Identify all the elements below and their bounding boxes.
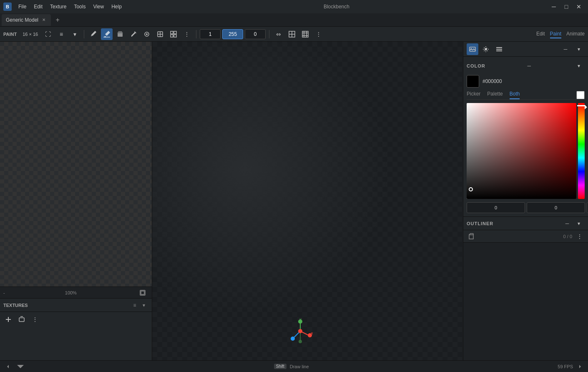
close-button[interactable]: ✕: [573, 3, 585, 11]
import-texture-button[interactable]: [16, 314, 28, 325]
outliner-cube-icon: [466, 231, 477, 242]
outliner-toolbar: 0 / 0 ⋮: [463, 230, 588, 243]
textures-more-button[interactable]: ⋮: [29, 314, 41, 325]
transform-tool[interactable]: [168, 28, 179, 40]
texture-canvas-area[interactable]: [0, 42, 152, 287]
svg-rect-9: [171, 35, 173, 37]
more-tools-button[interactable]: ⋮: [181, 28, 193, 40]
color-panel-expand[interactable]: ▾: [573, 60, 585, 72]
layout-icon[interactable]: ≡: [55, 28, 67, 40]
prev-frame-button[interactable]: [3, 362, 13, 371]
svg-rect-35: [496, 50, 502, 51]
color-white-swatch[interactable]: [576, 91, 585, 99]
svg-text:B: B: [6, 4, 9, 9]
color-gradient[interactable]: [467, 103, 576, 199]
textures-collapse[interactable]: ≡: [130, 301, 139, 310]
svg-rect-3: [118, 33, 123, 37]
grid2-button[interactable]: [299, 28, 311, 40]
menu-file[interactable]: File: [15, 2, 30, 11]
right-panel: ─ ▾ COLOR ─ ▾ #000000 Picker Palette Bot…: [463, 42, 588, 360]
color-tab-both[interactable]: Both: [510, 91, 520, 99]
mirror-button[interactable]: ⇔: [273, 28, 284, 40]
mode-animate[interactable]: Animate: [566, 30, 585, 38]
image-panel-btn[interactable]: [467, 43, 478, 55]
erase-tool[interactable]: [114, 28, 126, 40]
dropdown-icon[interactable]: ▾: [69, 28, 80, 40]
uv-tool[interactable]: [154, 28, 166, 40]
separator-1: [84, 30, 84, 38]
color-picker-area[interactable]: [467, 103, 585, 199]
outliner-more-button[interactable]: ⋮: [574, 231, 585, 242]
tab-generic-model[interactable]: Generic Model ✕: [2, 14, 51, 26]
svg-rect-36: [469, 235, 473, 239]
menu-help[interactable]: Help: [108, 2, 125, 11]
minimize-button[interactable]: ─: [548, 3, 560, 11]
mode-edit[interactable]: Edit: [536, 30, 545, 38]
select-tool[interactable]: [141, 28, 153, 40]
hue-slider[interactable]: [578, 103, 585, 199]
fill-tool[interactable]: [101, 28, 113, 40]
color-tab-palette[interactable]: Palette: [487, 91, 503, 99]
color-r-input[interactable]: [467, 202, 525, 213]
canvas-footer: - 100%: [0, 287, 152, 298]
content-area: - 100% TEXTURES ≡ ▾: [0, 42, 588, 360]
menu-edit[interactable]: Edit: [30, 2, 46, 11]
textures-panel-header: TEXTURES ≡ ▾: [0, 299, 152, 312]
textures-expand[interactable]: ▾: [139, 301, 148, 310]
menu-view[interactable]: View: [90, 2, 107, 11]
color-cursor: [469, 187, 473, 191]
svg-marker-37: [17, 365, 24, 368]
tab-close-button[interactable]: ✕: [41, 17, 47, 23]
color-swatch[interactable]: [467, 75, 479, 88]
input3[interactable]: [245, 29, 266, 39]
window-controls: ─ □ ✕: [548, 3, 585, 11]
right-panel-expand[interactable]: ▾: [573, 43, 585, 55]
viewport-options[interactable]: ⋮: [313, 28, 324, 40]
svg-rect-16: [6, 319, 11, 320]
fps-counter: 59 FPS: [558, 364, 573, 369]
lighting-panel-btn[interactable]: [480, 43, 492, 55]
menu-texture[interactable]: Texture: [47, 2, 70, 11]
outliner-content: [463, 243, 588, 360]
hue-cursor: [577, 105, 585, 107]
color-tab-picker[interactable]: Picker: [467, 91, 480, 99]
color-panel-collapse[interactable]: ─: [523, 60, 535, 72]
add-texture-button[interactable]: [3, 314, 14, 325]
mode-tabs: Edit Paint Animate: [536, 30, 585, 38]
brush-size-input[interactable]: [200, 29, 221, 39]
brush-tool[interactable]: [88, 28, 99, 40]
right-panel-collapse[interactable]: ─: [560, 43, 571, 55]
mode-paint[interactable]: Paint: [550, 30, 561, 38]
color-g-input[interactable]: [527, 202, 585, 213]
canvas-name: -: [3, 290, 5, 295]
outliner-expand[interactable]: ▾: [573, 218, 585, 229]
svg-rect-10: [174, 35, 176, 37]
new-tab-button[interactable]: +: [53, 15, 63, 25]
right-panel-toolbar: ─ ▾: [463, 42, 588, 57]
maximize-button[interactable]: □: [560, 3, 572, 11]
svg-rect-33: [496, 47, 502, 48]
opacity-input[interactable]: [222, 29, 243, 39]
grid1-button[interactable]: [286, 28, 298, 40]
list-panel-btn[interactable]: [493, 43, 505, 55]
app-logo: B: [3, 3, 12, 11]
color-panel-title: COLOR: [467, 63, 485, 68]
textures-panel: TEXTURES ≡ ▾ ⋮: [0, 298, 152, 360]
outliner-count: 0 / 0: [563, 234, 572, 239]
color-panel-header: COLOR ─ ▾: [467, 60, 585, 72]
outliner-title: OUTLINER: [467, 221, 561, 226]
bottom-right: 59 FPS: [558, 362, 585, 371]
separator-2: [196, 30, 196, 38]
main-viewport[interactable]: X Y Z: [152, 42, 463, 360]
window-title: Blockbench: [125, 4, 548, 10]
eye-dropper-tool[interactable]: [128, 28, 139, 40]
outliner-collapse[interactable]: ─: [561, 218, 573, 229]
expand-icon[interactable]: ⛶: [42, 28, 54, 40]
textures-content: [0, 327, 152, 360]
bottom-nav: [3, 362, 25, 371]
next-frame-button[interactable]: [575, 362, 585, 371]
fit-canvas-button[interactable]: [137, 287, 148, 299]
menu-tools[interactable]: Tools: [70, 2, 89, 11]
viewport-background: [152, 42, 463, 360]
svg-text:Y: Y: [299, 319, 302, 322]
